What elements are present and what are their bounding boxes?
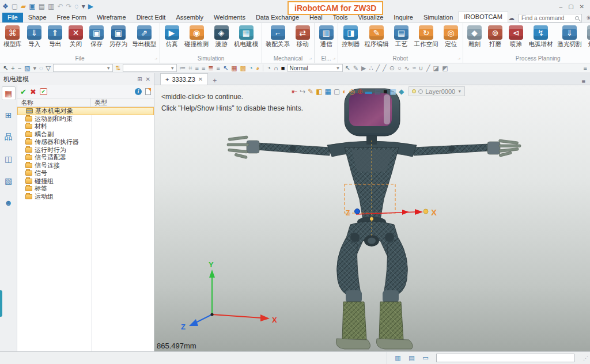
tree-row[interactable]: 运动副和约束 [17,115,154,123]
exit-view-icon[interactable]: ⇤ [292,87,297,96]
sheet-icon[interactable]: ▦ [230,64,237,73]
side-tab[interactable]: ▦ [2,86,16,100]
pick-icon[interactable]: ↖ [345,64,351,73]
display-monitor-icon[interactable]: ▤ [375,87,381,96]
circle-point-icon[interactable]: ⊙ [389,64,395,73]
layer-combo[interactable]: Layer0000 ▼ [409,86,465,96]
sketch-icon[interactable]: ✎ [308,87,313,96]
run-icon[interactable]: ▶ [361,64,366,73]
new-file-icon[interactable]: ▢ [12,2,18,10]
positioning-button[interactable]: ◎ 定位 [441,24,462,50]
time-icon[interactable]: ◔ [248,64,254,73]
weld-button[interactable]: ◺ 焊接 [584,24,590,50]
ribbon-tab[interactable]: File [2,13,23,22]
select-arrow-icon[interactable]: ↖ [2,64,9,73]
add-icon[interactable]: + [10,64,15,73]
zoom-view-icon[interactable]: ◎ [349,87,354,96]
ribbon-tab[interactable]: Inquire [388,13,418,22]
level-color-icon[interactable]: ≣ [207,64,214,73]
swatch-icon[interactable]: ■ [281,64,286,73]
status-input[interactable] [436,354,574,362]
minimize-window-icon[interactable]: – [559,3,563,10]
emc-modeling-button[interactable]: ▦ 机电建模 [232,24,260,50]
communication-button[interactable]: ▥ 通信 [316,24,336,50]
face-icon[interactable]: ◪ [433,64,440,73]
selection-circle-icon[interactable]: ◌ [39,64,44,73]
print-icon[interactable]: ▤ [39,2,45,10]
tree-row[interactable]: 信号适配器 [17,154,154,162]
undo-icon[interactable]: ↶ [57,2,63,10]
close-button[interactable]: ✕ 关闭 [66,24,86,50]
level-icon[interactable]: ≡ [201,64,206,73]
column-type[interactable]: 类型 [91,98,154,107]
paint-icon[interactable]: ◧ [316,87,322,96]
ribbon-tab[interactable]: Direct Edit [131,13,171,22]
circle-icon[interactable]: ○ [397,64,402,73]
anchor-icon[interactable]: ⌗ [188,64,192,73]
render-mode-combo[interactable]: Normal▼ [288,64,343,72]
import-button[interactable]: ⇓ 导入 [24,24,45,50]
level-icon[interactable]: ≡ [194,64,199,73]
new-tab-button[interactable]: + [208,77,221,85]
filter-icon[interactable]: ▽ [46,64,51,73]
polish-button[interactable]: ⊚ 打磨 [485,24,506,50]
move-button[interactable]: ⇄ 移动 [292,24,313,50]
background-swatch-icon[interactable]: ■ [383,87,387,96]
tree-row[interactable]: 耦合副 [17,131,154,139]
app-logo-icon[interactable]: ❖ [2,2,9,10]
pick-filter-icon[interactable]: ◌ [75,2,79,10]
tree-row[interactable]: 运行时行为 [17,146,154,154]
panel-grabber[interactable] [0,290,2,317]
save-as-button[interactable]: ▣ 另存为 [107,24,130,50]
dock-icon[interactable]: ⊞ [137,76,142,82]
command-search-input[interactable] [521,15,575,21]
side-tab[interactable]: ⊞ [2,108,16,122]
resize-grip[interactable]: ⋰ [583,355,588,361]
arc-additive-button[interactable]: ↯ 电弧增材 [527,24,555,50]
spray-button[interactable]: ⊲ 喷涂 [506,24,527,50]
close-tab-icon[interactable]: ✕ [198,76,203,82]
ribbon-tab[interactable]: Wireframe [92,13,131,22]
assembly-relation-button[interactable]: ⌐ 装配关系 [263,24,292,50]
grid-swatch-icon[interactable]: ▦ [390,87,396,96]
ribbon-tab[interactable]: Assembly [171,13,209,22]
regen-icon[interactable]: ⇅ [115,64,121,73]
remove-icon[interactable]: − [17,64,22,73]
save-button[interactable]: ▣ 保存 [86,24,107,50]
laser-cut-button[interactable]: ⇓ 激光切割 [555,24,584,50]
prompt-window-icon[interactable]: ▭ [421,354,430,362]
ribbon-tab[interactable]: IROBOTCAM [458,12,508,22]
arc-icon[interactable]: ∪ [418,64,424,73]
save-icon[interactable]: ▣ [29,2,35,10]
dialog-launcher-icon[interactable]: ⌐ [309,56,312,62]
tree-row[interactable]: 信号 [17,169,154,177]
redo-icon[interactable]: ↷ [66,2,71,10]
points-icon[interactable]: ∴ [368,64,373,73]
export-model-button[interactable]: ⇗ 导出模型 [130,24,158,50]
tree-row[interactable]: 碰撞组 [17,177,154,185]
cursor-icon[interactable]: ↖ [222,64,229,73]
selection-set-combo[interactable]: ▼ [123,64,177,72]
dialog-launcher-icon[interactable]: ⌐ [154,56,157,62]
controller-button[interactable]: ◨ 控制器 [339,24,362,50]
tree-row[interactable]: 材料 [17,123,154,131]
program-edit-button[interactable]: ✎ 程序编辑 [362,24,391,50]
model-library-button[interactable]: ⌘ 模型库 [1,24,24,50]
layers-icon[interactable]: ◆ [399,87,404,96]
bracket-icon[interactable]: ∩ [273,64,279,73]
confirm-icon[interactable]: ✔ [20,88,27,96]
face2-icon[interactable]: ◩ [441,64,448,73]
workspace-button[interactable]: ↻ 工作空间 [412,24,441,50]
side-tab[interactable]: ◫ [2,152,16,166]
wireframe-view-icon[interactable]: ▢ [334,87,340,96]
ribbon-tab[interactable]: Shape [23,13,52,22]
section-icon[interactable]: ▬ [365,87,372,96]
simulate-button[interactable]: ▶ 仿真 [161,24,182,50]
shaded-view-icon[interactable]: ▦ [325,87,331,96]
document-tab[interactable]: + 3333.Z3 ✕ [160,73,208,85]
tree-row[interactable]: 标签 [17,185,154,193]
settings-gear-icon[interactable]: ✳ [586,14,590,22]
entity-filter-combo[interactable]: ▼ [53,64,113,72]
polyline-icon[interactable]: ∿ [404,64,410,73]
side-tab[interactable]: ▧ [2,174,16,188]
